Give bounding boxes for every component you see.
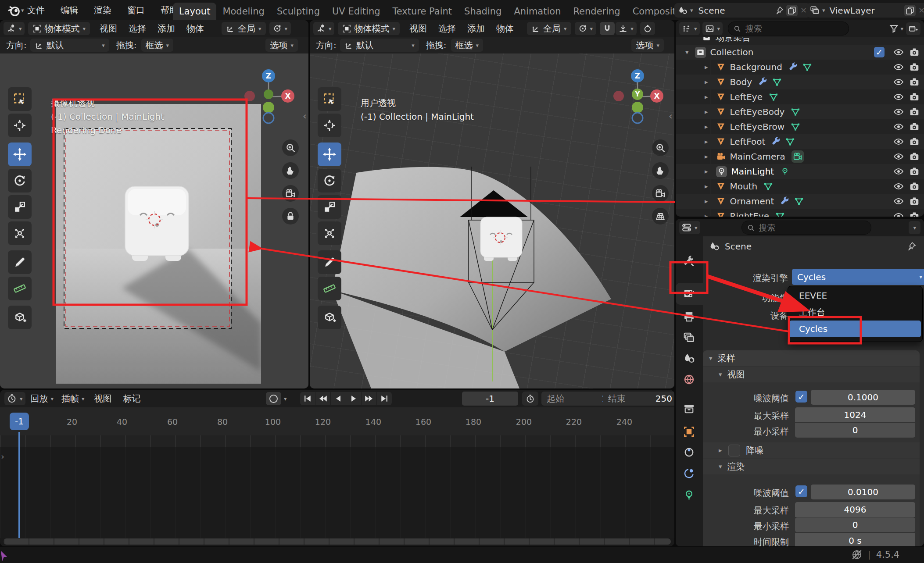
subpanel-header-denoise[interactable]: ▸ 降噪 — [703, 442, 920, 458]
navigation-gizmo[interactable]: Z Y X — [611, 69, 664, 126]
tool-annotate[interactable] — [8, 250, 32, 274]
orientation-default[interactable]: 默认▾ — [30, 39, 109, 52]
sidebar-collapse-arrow[interactable]: ‹ — [303, 110, 307, 121]
pin-icon[interactable] — [906, 242, 916, 251]
outliner-row[interactable]: ▸ Background — [676, 60, 924, 75]
navigation-gizmo[interactable]: Z X — [242, 69, 295, 126]
menu-object[interactable]: 物体 — [186, 23, 204, 35]
outliner-row[interactable]: ▸ LeftEyeBody — [676, 104, 924, 119]
breadcrumb-scene[interactable]: Scene — [725, 241, 752, 252]
expand-icon[interactable]: ▸ — [705, 79, 708, 86]
render-min-field[interactable]: 0 — [795, 517, 915, 532]
camera-view-icon[interactable] — [282, 185, 299, 202]
tool-add-cube[interactable] — [318, 306, 341, 329]
tab-scene[interactable] — [683, 353, 695, 364]
prev-keyframe-button[interactable] — [315, 392, 330, 405]
editor-type-button[interactable]: ▾ — [4, 392, 25, 405]
tab-physics[interactable] — [683, 467, 695, 479]
disable-render-icon[interactable] — [909, 77, 920, 87]
properties-search-input[interactable] — [758, 222, 866, 233]
engine-dropdown[interactable]: Cycles ▾ — [792, 269, 924, 285]
hide-viewport-icon[interactable] — [893, 62, 904, 72]
editor-type-button[interactable]: ▾ — [313, 22, 334, 35]
viewport-min-field[interactable]: 0 — [795, 423, 915, 438]
pan-hand-icon[interactable] — [282, 162, 299, 179]
expand-icon[interactable]: ▸ — [705, 153, 708, 160]
disable-render-icon[interactable] — [909, 47, 920, 57]
outliner-row-collection[interactable]: ▾ Collection ✓ — [676, 45, 924, 60]
menu-window[interactable]: 窗口 — [127, 4, 145, 16]
disable-render-icon[interactable] — [909, 151, 920, 162]
hide-viewport-icon[interactable] — [893, 92, 904, 102]
gizmo-z-axis[interactable]: Z — [262, 69, 275, 82]
editor-type-button[interactable]: ▾ — [4, 22, 25, 35]
panel-header-sampling[interactable]: ▾ 采样 ⠿ — [703, 350, 920, 366]
outliner-row[interactable]: ▸ Body — [676, 75, 924, 89]
time-limit-field[interactable]: 0 s — [795, 533, 915, 546]
menu-render[interactable]: 渲染 — [94, 4, 111, 16]
disable-render-icon[interactable] — [909, 166, 920, 177]
viewport-user-canvas[interactable]: 用户透视 (-1) Collection | MainLight — [310, 53, 674, 388]
properties-options-button[interactable]: ▾ — [909, 221, 920, 234]
options-button[interactable]: 选项▾ — [631, 39, 664, 52]
tool-scale[interactable] — [318, 195, 341, 219]
tool-rotate[interactable] — [318, 169, 341, 192]
hide-viewport-icon[interactable] — [893, 77, 904, 87]
outliner-row[interactable]: ▸ LeftEye — [676, 89, 924, 104]
menu-select[interactable]: 选择 — [438, 23, 456, 35]
expand-icon[interactable]: ▸ — [705, 139, 708, 145]
tab-viewlayer[interactable] — [683, 332, 695, 344]
play-reverse-button[interactable] — [331, 392, 346, 405]
zoom-icon[interactable] — [282, 139, 299, 156]
orientation-default[interactable]: 默认▾ — [340, 39, 419, 52]
next-keyframe-button[interactable] — [362, 392, 376, 405]
frame-end-field[interactable]: 结束250 — [603, 392, 674, 406]
zoom-icon[interactable] — [652, 139, 669, 156]
tab-object-data[interactable] — [683, 489, 695, 501]
mode-selector[interactable]: 物体模式▾ — [338, 22, 400, 35]
hide-viewport-icon[interactable] — [893, 196, 904, 207]
render-noise-field[interactable]: 0.0100 — [811, 485, 915, 499]
render-max-field[interactable]: 4096 — [795, 502, 915, 517]
menu-marker[interactable]: 标记 — [123, 393, 141, 405]
render-noise-checkbox[interactable]: ✓ — [795, 485, 807, 497]
outliner-search-input[interactable] — [745, 23, 843, 34]
outliner-row[interactable]: ▸ LeftFoot — [676, 134, 924, 149]
tab-constraints[interactable] — [683, 446, 695, 458]
transform-orientation[interactable]: 全局▾ — [222, 22, 266, 35]
gizmo-x-axis[interactable]: X — [650, 89, 663, 103]
hide-viewport-icon[interactable] — [893, 107, 904, 117]
tool-rotate[interactable] — [8, 169, 32, 192]
new-collection-button[interactable] — [906, 22, 920, 35]
hide-viewport-icon[interactable] — [893, 181, 904, 192]
playhead-line[interactable] — [18, 432, 20, 538]
tab-world[interactable] — [683, 374, 695, 385]
viewport-noise-field[interactable]: 0.1000 — [811, 390, 915, 405]
pivot-point[interactable]: ▾ — [269, 22, 291, 35]
proportional-editing[interactable] — [640, 22, 655, 35]
tool-cursor[interactable] — [8, 114, 32, 137]
disable-render-icon[interactable] — [909, 136, 920, 147]
menu-option-eevee[interactable]: EEVEE — [789, 287, 921, 304]
hide-viewport-icon[interactable] — [893, 136, 904, 147]
tool-add-cube[interactable] — [8, 306, 32, 329]
expand-icon[interactable]: ▸ — [705, 64, 708, 71]
tool-select-box[interactable] — [8, 87, 32, 111]
subpanel-header-viewport[interactable]: ▾ 视图 — [703, 367, 920, 382]
collection-checkbox[interactable]: ✓ — [874, 47, 885, 57]
editor-type-button[interactable]: ▾ — [679, 221, 700, 234]
expand-icon[interactable]: ▸ — [705, 183, 708, 190]
timecode-toggle[interactable] — [522, 392, 538, 406]
menu-object[interactable]: 物体 — [496, 23, 514, 35]
hide-viewport-icon[interactable] — [893, 151, 904, 162]
menu-playback[interactable]: 回放▾ — [31, 393, 54, 405]
tool-cursor[interactable] — [318, 114, 341, 137]
menu-option-cycles[interactable]: Cycles — [789, 321, 921, 337]
menu-view[interactable]: 视图 — [100, 23, 117, 35]
snap-toggle[interactable] — [600, 22, 615, 35]
hide-viewport-icon[interactable] — [893, 121, 904, 132]
expand-icon[interactable]: ▸ — [705, 124, 708, 130]
tab-collection[interactable] — [683, 403, 695, 415]
workspace-tab-layout[interactable]: Layout — [173, 3, 216, 20]
outliner-display-mode[interactable]: ▾ — [679, 22, 700, 35]
